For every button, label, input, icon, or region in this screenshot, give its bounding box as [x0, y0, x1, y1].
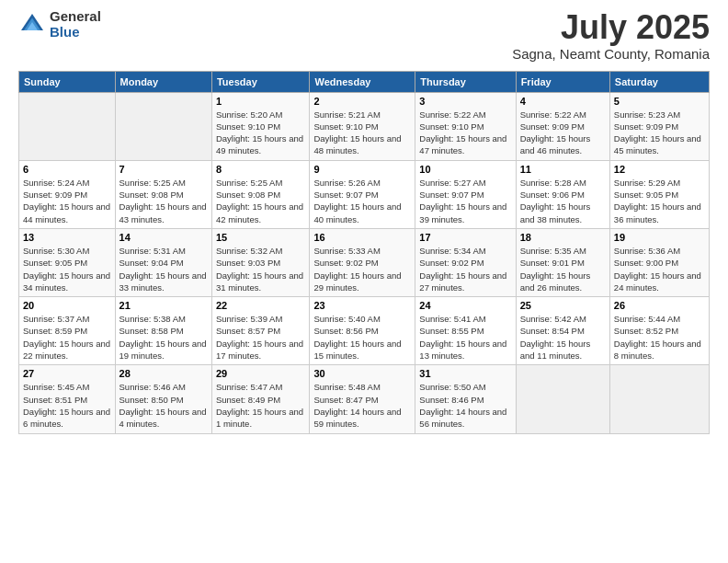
logo: General Blue	[18, 9, 101, 40]
day-number: 8	[216, 164, 306, 175]
day-number: 19	[614, 232, 705, 243]
calendar-week-3: 13Sunrise: 5:30 AMSunset: 9:05 PMDayligh…	[19, 228, 710, 296]
day-number: 20	[23, 300, 111, 311]
cell-info: Sunrise: 5:29 AMSunset: 9:05 PMDaylight:…	[614, 177, 705, 225]
day-number: 9	[313, 164, 411, 175]
day-number: 22	[216, 300, 306, 311]
calendar-cell: 27Sunrise: 5:45 AMSunset: 8:51 PMDayligh…	[19, 365, 116, 433]
day-header-thursday: Thursday	[415, 71, 516, 92]
cell-info: Sunrise: 5:47 AMSunset: 8:49 PMDaylight:…	[216, 381, 306, 430]
cell-info: Sunrise: 5:21 AMSunset: 9:10 PMDaylight:…	[313, 109, 411, 157]
day-number: 26	[614, 300, 705, 311]
calendar-cell	[19, 92, 116, 160]
cell-info: Sunrise: 5:44 AMSunset: 8:52 PMDaylight:…	[614, 313, 705, 362]
cell-info: Sunrise: 5:20 AMSunset: 9:10 PMDaylight:…	[216, 109, 306, 157]
day-number: 29	[216, 368, 306, 379]
calendar-cell: 30Sunrise: 5:48 AMSunset: 8:47 PMDayligh…	[310, 365, 415, 433]
calendar-week-4: 20Sunrise: 5:37 AMSunset: 8:59 PMDayligh…	[19, 297, 710, 365]
calendar-cell: 25Sunrise: 5:42 AMSunset: 8:54 PMDayligh…	[516, 297, 609, 365]
calendar-cell: 9Sunrise: 5:26 AMSunset: 9:07 PMDaylight…	[310, 160, 415, 228]
cell-info: Sunrise: 5:22 AMSunset: 9:10 PMDaylight:…	[419, 109, 511, 157]
cell-info: Sunrise: 5:46 AMSunset: 8:50 PMDaylight:…	[119, 381, 208, 430]
day-number: 23	[313, 300, 411, 311]
day-number: 5	[614, 96, 705, 107]
calendar-cell	[115, 92, 211, 160]
cell-info: Sunrise: 5:45 AMSunset: 8:51 PMDaylight:…	[23, 381, 111, 430]
day-number: 28	[119, 368, 208, 379]
day-header-friday: Friday	[516, 71, 609, 92]
day-number: 24	[419, 300, 511, 311]
day-number: 25	[520, 300, 606, 311]
day-number: 14	[119, 232, 208, 243]
calendar-cell: 11Sunrise: 5:28 AMSunset: 9:06 PMDayligh…	[516, 160, 609, 228]
calendar-cell: 29Sunrise: 5:47 AMSunset: 8:49 PMDayligh…	[211, 365, 310, 433]
subtitle: Sagna, Neamt County, Romania	[512, 46, 710, 62]
calendar-cell: 17Sunrise: 5:34 AMSunset: 9:02 PMDayligh…	[415, 228, 516, 296]
calendar-cell: 3Sunrise: 5:22 AMSunset: 9:10 PMDaylight…	[415, 92, 516, 160]
day-header-wednesday: Wednesday	[310, 71, 415, 92]
calendar-cell	[516, 365, 609, 433]
cell-info: Sunrise: 5:23 AMSunset: 9:09 PMDaylight:…	[614, 109, 705, 157]
calendar-cell: 10Sunrise: 5:27 AMSunset: 9:07 PMDayligh…	[415, 160, 516, 228]
calendar-week-2: 6Sunrise: 5:24 AMSunset: 9:09 PMDaylight…	[19, 160, 710, 228]
calendar-cell: 22Sunrise: 5:39 AMSunset: 8:57 PMDayligh…	[211, 297, 310, 365]
logo-icon	[18, 11, 46, 39]
calendar-cell: 20Sunrise: 5:37 AMSunset: 8:59 PMDayligh…	[19, 297, 116, 365]
cell-info: Sunrise: 5:38 AMSunset: 8:58 PMDaylight:…	[119, 313, 208, 362]
cell-info: Sunrise: 5:34 AMSunset: 9:02 PMDaylight:…	[419, 245, 511, 293]
cell-info: Sunrise: 5:37 AMSunset: 8:59 PMDaylight:…	[23, 313, 111, 362]
day-number: 6	[23, 164, 111, 175]
main-title: July 2025	[512, 9, 710, 46]
calendar-cell: 6Sunrise: 5:24 AMSunset: 9:09 PMDaylight…	[19, 160, 116, 228]
day-number: 2	[313, 96, 411, 107]
calendar-cell: 4Sunrise: 5:22 AMSunset: 9:09 PMDaylight…	[516, 92, 609, 160]
calendar-table: SundayMondayTuesdayWednesdayThursdayFrid…	[18, 71, 710, 434]
logo-text: General Blue	[50, 9, 101, 40]
calendar-cell: 21Sunrise: 5:38 AMSunset: 8:58 PMDayligh…	[115, 297, 211, 365]
cell-info: Sunrise: 5:40 AMSunset: 8:56 PMDaylight:…	[313, 313, 411, 362]
day-number: 1	[216, 96, 306, 107]
cell-info: Sunrise: 5:31 AMSunset: 9:04 PMDaylight:…	[119, 245, 208, 293]
calendar-cell: 23Sunrise: 5:40 AMSunset: 8:56 PMDayligh…	[310, 297, 415, 365]
calendar-cell: 28Sunrise: 5:46 AMSunset: 8:50 PMDayligh…	[115, 365, 211, 433]
day-number: 3	[419, 96, 511, 107]
day-header-sunday: Sunday	[19, 71, 116, 92]
cell-info: Sunrise: 5:36 AMSunset: 9:00 PMDaylight:…	[614, 245, 705, 293]
calendar-week-1: 1Sunrise: 5:20 AMSunset: 9:10 PMDaylight…	[19, 92, 710, 160]
calendar-cell: 8Sunrise: 5:25 AMSunset: 9:08 PMDaylight…	[211, 160, 310, 228]
cell-info: Sunrise: 5:26 AMSunset: 9:07 PMDaylight:…	[313, 177, 411, 225]
day-number: 31	[419, 368, 511, 379]
day-header-saturday: Saturday	[609, 71, 709, 92]
calendar-cell: 31Sunrise: 5:50 AMSunset: 8:46 PMDayligh…	[415, 365, 516, 433]
calendar-cell: 14Sunrise: 5:31 AMSunset: 9:04 PMDayligh…	[115, 228, 211, 296]
calendar-cell: 12Sunrise: 5:29 AMSunset: 9:05 PMDayligh…	[609, 160, 709, 228]
cell-info: Sunrise: 5:50 AMSunset: 8:46 PMDaylight:…	[419, 381, 511, 430]
cell-info: Sunrise: 5:28 AMSunset: 9:06 PMDaylight:…	[520, 177, 606, 225]
calendar-cell: 18Sunrise: 5:35 AMSunset: 9:01 PMDayligh…	[516, 228, 609, 296]
day-number: 15	[216, 232, 306, 243]
calendar-cell: 26Sunrise: 5:44 AMSunset: 8:52 PMDayligh…	[609, 297, 709, 365]
day-number: 17	[419, 232, 511, 243]
cell-info: Sunrise: 5:42 AMSunset: 8:54 PMDaylight:…	[520, 313, 606, 362]
day-number: 4	[520, 96, 606, 107]
cell-info: Sunrise: 5:25 AMSunset: 9:08 PMDaylight:…	[119, 177, 208, 225]
day-number: 21	[119, 300, 208, 311]
cell-info: Sunrise: 5:24 AMSunset: 9:09 PMDaylight:…	[23, 177, 111, 225]
calendar-week-5: 27Sunrise: 5:45 AMSunset: 8:51 PMDayligh…	[19, 365, 710, 433]
calendar-cell: 19Sunrise: 5:36 AMSunset: 9:00 PMDayligh…	[609, 228, 709, 296]
cell-info: Sunrise: 5:33 AMSunset: 9:02 PMDaylight:…	[313, 245, 411, 293]
day-number: 18	[520, 232, 606, 243]
calendar-cell: 24Sunrise: 5:41 AMSunset: 8:55 PMDayligh…	[415, 297, 516, 365]
day-header-tuesday: Tuesday	[211, 71, 310, 92]
day-header-monday: Monday	[115, 71, 211, 92]
calendar-cell: 13Sunrise: 5:30 AMSunset: 9:05 PMDayligh…	[19, 228, 116, 296]
day-number: 16	[313, 232, 411, 243]
calendar-cell: 5Sunrise: 5:23 AMSunset: 9:09 PMDaylight…	[609, 92, 709, 160]
cell-info: Sunrise: 5:25 AMSunset: 9:08 PMDaylight:…	[216, 177, 306, 225]
day-number: 7	[119, 164, 208, 175]
title-block: July 2025 Sagna, Neamt County, Romania	[512, 9, 710, 62]
cell-info: Sunrise: 5:30 AMSunset: 9:05 PMDaylight:…	[23, 245, 111, 293]
cell-info: Sunrise: 5:35 AMSunset: 9:01 PMDaylight:…	[520, 245, 606, 293]
day-number: 10	[419, 164, 511, 175]
cell-info: Sunrise: 5:22 AMSunset: 9:09 PMDaylight:…	[520, 109, 606, 157]
